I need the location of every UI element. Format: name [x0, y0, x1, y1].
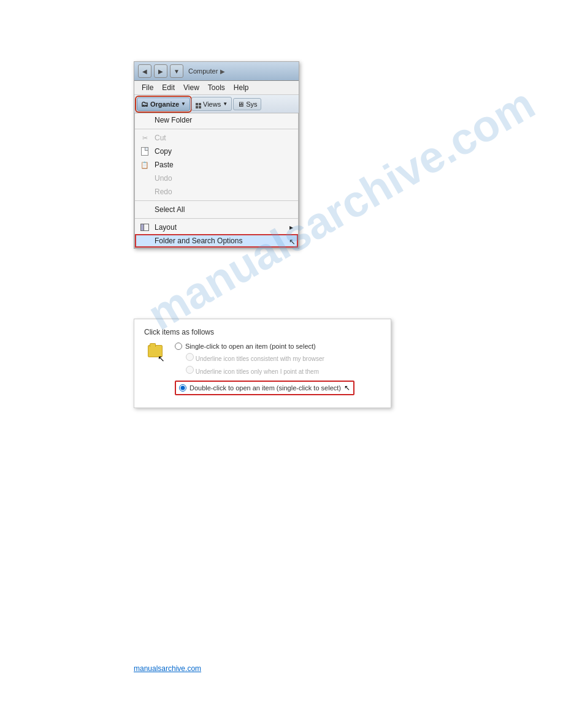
bottom-link[interactable]: manualsarchive.com [134, 664, 201, 673]
views-grid-icon [196, 99, 201, 108]
underline-browser-radio[interactable] [186, 353, 194, 361]
radio-options-group: Single-click to open an item (point to s… [175, 343, 381, 398]
menu-item-layout[interactable]: Layout [135, 221, 298, 234]
double-click-option: Double-click to open an item (single-cli… [175, 381, 354, 395]
organize-dropdown-menu: New Folder ✂ Cut Copy 📋 Paste Undo Redo … [134, 113, 299, 248]
underline-browser-option: Underline icon titles consistent with my… [186, 352, 381, 363]
underline-point-option: Underline icon titles only when I point … [186, 365, 381, 376]
folder-options-dialog: Click items as follows ↖ Single-click to… [134, 319, 391, 408]
breadcrumb-computer: Computer [188, 67, 218, 75]
cursor-arrow-icon: ↖ [158, 354, 165, 363]
double-click-text: Double-click to open an item (single-cli… [190, 384, 341, 392]
menu-item-redo[interactable]: Redo [135, 185, 298, 199]
sys-button[interactable]: 🖥 Sys [233, 98, 261, 110]
new-folder-label: New Folder [155, 116, 192, 124]
layout-label: Layout [155, 223, 177, 232]
menu-item-paste[interactable]: 📋 Paste [135, 158, 298, 172]
organize-folder-icon: 🗂 [141, 100, 148, 108]
underline-point-text: Underline icon titles only when I point … [196, 368, 319, 375]
views-label: Views [203, 100, 221, 108]
divider-3 [135, 218, 298, 219]
folder-options-label: Folder and Search Options [155, 237, 242, 245]
dialog-content: ↖ Single-click to open an item (point to… [144, 343, 381, 398]
breadcrumb: Computer ▶ [186, 67, 228, 75]
dropdown-nav-button[interactable]: ▼ [170, 64, 183, 78]
redo-label: Redo [155, 188, 172, 196]
undo-label: Undo [155, 174, 172, 183]
cursor-icon-2: ↖ [344, 384, 350, 392]
menu-item-select-all[interactable]: Select All [135, 203, 298, 216]
section-label: Click items as follows [144, 328, 381, 336]
menu-view[interactable]: View [180, 82, 203, 93]
underline-point-radio[interactable] [186, 366, 194, 374]
explorer-screenshot: ◀ ▶ ▼ Computer ▶ File Edit View Tools He… [134, 61, 299, 249]
cursor-icon: ↖ [289, 237, 296, 246]
menu-edit[interactable]: Edit [158, 82, 178, 93]
views-dropdown-arrow: ▼ [223, 101, 228, 107]
divider-2 [135, 200, 298, 201]
folder-icon-area: ↖ [144, 343, 169, 363]
single-click-text: Single-click to open an item (point to s… [185, 343, 316, 350]
menu-item-new-folder[interactable]: New Folder [135, 113, 298, 127]
select-all-label: Select All [155, 205, 185, 214]
folder-cursor-combo: ↖ [148, 345, 165, 363]
menu-bar: File Edit View Tools Help [134, 81, 299, 95]
paste-label: Paste [155, 161, 174, 169]
menu-file[interactable]: File [138, 82, 157, 93]
views-button[interactable]: Views ▼ [191, 97, 232, 111]
back-button[interactable]: ◀ [138, 64, 151, 78]
copy-icon [140, 146, 150, 156]
menu-item-folder-options[interactable]: Folder and Search Options ↖ [135, 234, 298, 248]
organize-button[interactable]: 🗂 Organize ▼ [137, 97, 190, 111]
single-click-radio[interactable] [175, 343, 182, 350]
cut-label: Cut [155, 134, 166, 142]
cut-icon: ✂ [140, 133, 150, 143]
single-click-option: Single-click to open an item (point to s… [175, 343, 381, 350]
layout-icon [140, 222, 150, 232]
underline-point-label: Underline icon titles only when I point … [186, 368, 319, 375]
double-click-radio[interactable] [179, 384, 186, 392]
underline-browser-label: Underline icon titles consistent with my… [186, 355, 324, 362]
explorer-titlebar: ◀ ▶ ▼ Computer ▶ [134, 62, 299, 81]
forward-button[interactable]: ▶ [154, 64, 167, 78]
sys-label: Sys [246, 100, 257, 108]
menu-tools[interactable]: Tools [204, 82, 229, 93]
divider-1 [135, 129, 298, 129]
single-click-label: Single-click to open an item (point to s… [175, 343, 381, 350]
toolbar: 🗂 Organize ▼ Views ▼ 🖥 Sys [134, 95, 299, 113]
menu-item-copy[interactable]: Copy [135, 145, 298, 158]
organize-label: Organize [150, 100, 179, 108]
paste-icon: 📋 [140, 160, 150, 170]
organize-dropdown-arrow: ▼ [181, 101, 186, 107]
breadcrumb-arrow: ▶ [220, 68, 225, 75]
menu-help[interactable]: Help [230, 82, 253, 93]
menu-item-undo[interactable]: Undo [135, 172, 298, 185]
copy-label: Copy [155, 147, 172, 156]
sys-icon: 🖥 [237, 100, 244, 108]
menu-item-cut[interactable]: ✂ Cut [135, 131, 298, 145]
underline-browser-text: Underline icon titles consistent with my… [196, 355, 324, 362]
